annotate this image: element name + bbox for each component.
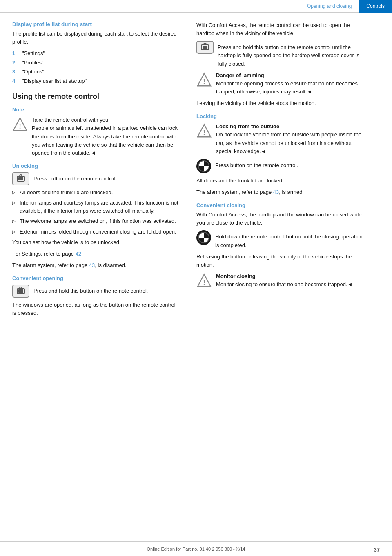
danger-jamming-icon: !	[196, 72, 212, 88]
warning-icon: !	[12, 117, 28, 132]
danger-jamming-text: Danger of jamming Monitor the opening pr…	[216, 71, 363, 96]
page-header: Opening and closing Controls	[0, 0, 392, 13]
convenient-closing-body: With Comfort Access, the hardtop and the…	[196, 211, 363, 227]
locking-from-outside-box: ! Locking from the outside Do not lock t…	[196, 122, 363, 156]
locking-body2: The alarm system, refer to page 43, is a…	[196, 188, 363, 196]
bullet-2: Interior lamps and courtesy lamps are ac…	[12, 199, 180, 215]
bmw-logo-icon	[198, 160, 209, 172]
alarm-link-right[interactable]: 43	[273, 189, 279, 195]
unlocking-press-row: Press button on the remote control.	[12, 172, 180, 185]
remote-button-icon	[12, 172, 29, 185]
monitor-closing-box: ! Monitor closing Monitor closing to ens…	[196, 272, 363, 289]
danger-jamming-box: ! Danger of jamming Monitor the opening …	[196, 71, 363, 96]
step-1: 1. "Settings"	[12, 49, 180, 58]
lock-shackle	[19, 174, 22, 177]
press-hold-row: Press and hold this button on the remote…	[196, 41, 363, 68]
unlock-body2: For Settings, refer to page 42.	[12, 250, 180, 258]
note-text: Take the remote control with you People …	[32, 116, 180, 157]
step-3: 3. "Options"	[12, 68, 180, 76]
bullet-4: Exterior mirrors folded through convenie…	[12, 228, 180, 236]
tab-controls[interactable]: Controls	[359, 0, 392, 13]
convenient-opening-body: The windows are opened, as long as the b…	[12, 301, 180, 317]
unlocking-press-text: Press button on the remote control.	[33, 172, 116, 183]
locking-body1: All doors and the trunk lid are locked.	[196, 177, 363, 185]
locking-press-text: Press button on the remote control.	[215, 159, 298, 169]
settings-link[interactable]: 42	[76, 251, 81, 257]
locking-from-outside-text: Locking from the outside Do not lock the…	[216, 122, 363, 156]
releasing-text: Releasing the button or leaving the vici…	[196, 253, 363, 269]
bmw-button-icon	[196, 159, 211, 173]
leaving-text: Leaving the vicinity of the vehicle stop…	[196, 99, 363, 107]
bmw-logo-icon-2	[198, 232, 209, 243]
lock-body	[18, 177, 23, 180]
lock-shackle-2	[19, 287, 22, 289]
step-4: 4. "Display user list at startup"	[12, 77, 180, 85]
lock-shackle-right	[203, 43, 207, 45]
svg-text:!: !	[203, 129, 205, 137]
unlock-body1: You can set how the vehicle is to be unl…	[12, 238, 180, 247]
locking-title: Locking	[196, 113, 363, 119]
comfort-access-body: With Comfort Access, the remote control …	[196, 21, 363, 38]
unlock-body3: The alarm system, refer to page 43, is d…	[12, 261, 180, 269]
note-label: Note	[12, 107, 180, 113]
monitor-closing-icon: !	[196, 273, 212, 289]
steps-list: 1. "Settings" 2. "Profiles" 3. "Options"…	[12, 49, 180, 85]
remote-button-hold-icon	[12, 285, 29, 298]
convenient-opening-press-text: Press and hold this button on the remote…	[33, 285, 148, 295]
bullet-3: The welcome lamps are switched on, if th…	[12, 217, 180, 225]
locking-warning-icon: !	[196, 123, 212, 139]
locking-press-row: Press button on the remote control.	[196, 159, 363, 173]
lock-icon	[17, 176, 25, 182]
unlocking-title: Unlocking	[12, 163, 180, 169]
footer-text: Online Edition for Part no. 01 40 2 956 …	[147, 547, 245, 552]
lock-body-2	[18, 289, 23, 293]
convenient-closing-title: Convenient closing	[196, 202, 363, 208]
press-hold-text: Press and hold this button on the remote…	[218, 41, 363, 68]
convenient-opening-title: Convenient opening	[12, 275, 180, 281]
bmw-button-icon-2	[196, 230, 211, 245]
monitor-closing-text: Monitor closing Monitor closing to ensur…	[216, 272, 352, 289]
unlocking-bullets: All doors and the trunk lid are unlocked…	[12, 189, 180, 236]
hold-down-row: Hold down the remote control button unti…	[196, 230, 363, 249]
page-number: 37	[374, 547, 380, 553]
note-box: ! Take the remote control with you Peopl…	[12, 116, 180, 157]
alarm-link-left[interactable]: 43	[89, 262, 95, 268]
lock-icon-right	[201, 44, 209, 50]
hold-down-text: Hold down the remote control button unti…	[215, 230, 363, 249]
svg-text:!: !	[19, 122, 21, 130]
step-2: 2. "Profiles"	[12, 59, 180, 67]
using-remote-heading: Using the remote control	[12, 92, 180, 101]
lock-icon-2	[17, 288, 25, 294]
remote-button-icon-right	[196, 41, 214, 54]
svg-text:!: !	[203, 278, 205, 286]
svg-text:!: !	[203, 78, 205, 85]
page-footer: Online Edition for Part no. 01 40 2 956 …	[0, 541, 392, 556]
bullet-1: All doors and the trunk lid are unlocked…	[12, 189, 180, 197]
left-column: Display profile list during start The pr…	[0, 21, 188, 320]
tab-opening-closing[interactable]: Opening and closing	[300, 1, 359, 11]
right-column: With Comfort Access, the remote control …	[188, 21, 376, 320]
display-profile-body: The profile list can be displayed during…	[12, 30, 180, 46]
display-profile-title: Display profile list during start	[12, 21, 180, 27]
main-content: Display profile list during start The pr…	[0, 13, 392, 320]
lock-body-right	[203, 46, 207, 49]
convenient-opening-press-row: Press and hold this button on the remote…	[12, 285, 180, 298]
